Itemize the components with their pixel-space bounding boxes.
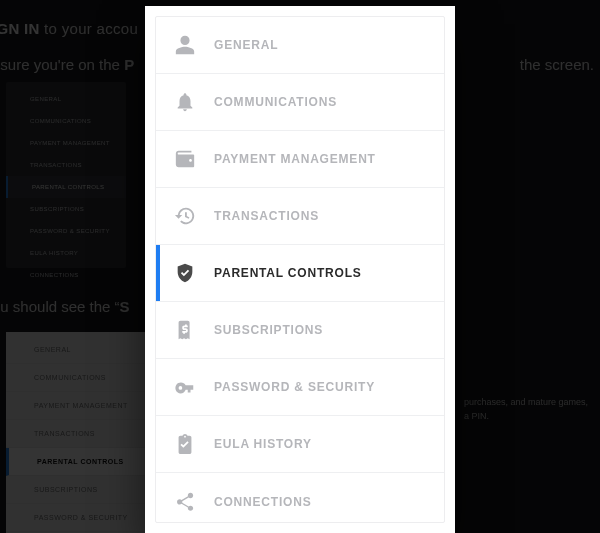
menu-item-payment-management[interactable]: PAYMENT MANAGEMENT (156, 131, 444, 188)
history-icon (174, 205, 196, 227)
menu-item-label: TRANSACTIONS (214, 209, 319, 223)
settings-menu-modal: GENERALCOMMUNICATIONSPAYMENT MANAGEMENTT… (145, 6, 455, 533)
menu-item-label: SUBSCRIPTIONS (214, 323, 323, 337)
clipboard-icon (174, 433, 196, 455)
receipt-icon (174, 319, 196, 341)
menu-item-label: GENERAL (214, 38, 278, 52)
menu-item-subscriptions[interactable]: SUBSCRIPTIONS (156, 302, 444, 359)
menu-item-label: COMMUNICATIONS (214, 95, 337, 109)
menu-item-password-security[interactable]: PASSWORD & SECURITY (156, 359, 444, 416)
menu-item-label: EULA HISTORY (214, 437, 312, 451)
menu-item-label: PAYMENT MANAGEMENT (214, 152, 376, 166)
settings-menu: GENERALCOMMUNICATIONSPAYMENT MANAGEMENTT… (155, 16, 445, 523)
menu-item-transactions[interactable]: TRANSACTIONS (156, 188, 444, 245)
shield-check-icon (174, 262, 196, 284)
person-icon (174, 34, 196, 56)
menu-item-eula-history[interactable]: EULA HISTORY (156, 416, 444, 473)
menu-item-general[interactable]: GENERAL (156, 17, 444, 74)
menu-item-communications[interactable]: COMMUNICATIONS (156, 74, 444, 131)
menu-item-label: PASSWORD & SECURITY (214, 380, 375, 394)
wallet-icon (174, 148, 196, 170)
menu-item-connections[interactable]: CONNECTIONS (156, 473, 444, 523)
menu-item-parental-controls[interactable]: PARENTAL CONTROLS (156, 245, 444, 302)
menu-item-label: PARENTAL CONTROLS (214, 266, 362, 280)
key-icon (174, 376, 196, 398)
share-icon (174, 491, 196, 513)
menu-item-label: CONNECTIONS (214, 495, 311, 509)
bell-icon (174, 91, 196, 113)
